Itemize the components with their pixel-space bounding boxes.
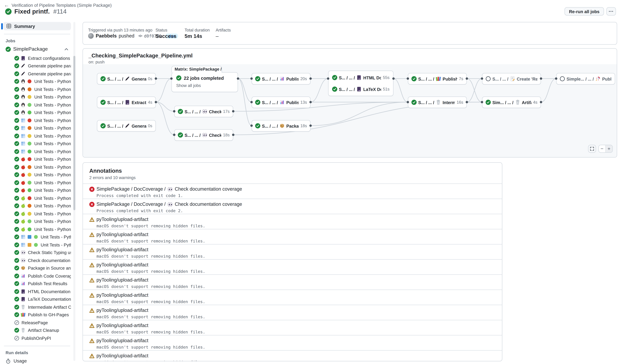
- graph-node-release[interactable]: S... / ... /Create 'Release Pa...: [482, 73, 541, 85]
- graph-node-matrix[interactable]: Matrix: SimplePackage / UnitTest...22 jo…: [172, 72, 238, 92]
- sidebar-job-item[interactable]: Unit Tests - Python 3.10: [3, 85, 71, 93]
- annotation-title[interactable]: pyTooling/upload-artifact: [97, 308, 148, 313]
- annotation-title[interactable]: pyTooling/upload-artifact: [97, 292, 148, 298]
- sidebar-job-item[interactable]: Unit Tests - Python 3.12: [3, 233, 71, 241]
- sidebar-job-item[interactable]: Unit Tests - Python 3.11: [3, 93, 71, 101]
- graph-node-checkdoc[interactable]: S... / ... /Check docume...18s: [174, 129, 233, 141]
- edge-connector-dot: [327, 77, 329, 80]
- zoom-out-button[interactable]: −: [599, 145, 605, 152]
- avatar[interactable]: [88, 33, 94, 39]
- annotation-title[interactable]: pyTooling/upload-artifact: [97, 353, 148, 359]
- sidebar-job-item[interactable]: Unit Tests - Python 3.12: [3, 140, 71, 148]
- show-all-jobs-link[interactable]: Show all jobs: [176, 83, 233, 88]
- zoom-in-button[interactable]: +: [605, 145, 612, 152]
- sidebar-job-item[interactable]: Unit Tests - Python 3.13: [3, 225, 71, 233]
- more-options-button[interactable]: [606, 7, 616, 16]
- graph-node-gen2[interactable]: S... / ... /Generate pipelin...0s: [97, 120, 156, 132]
- sidebar-job-item[interactable]: Unit Tests - Python 3.13: [3, 148, 71, 156]
- graph-node-group-docs[interactable]: S... / ... /HTML Docume...55sS... / ... …: [328, 70, 394, 96]
- sidebar-item-summary[interactable]: Summary: [3, 22, 71, 30]
- sidebar-job-item[interactable]: Unit Tests - Python 3.10: [3, 163, 71, 171]
- sidebar-job-item[interactable]: Generate pipeline parameters: [3, 70, 71, 78]
- annotation-title[interactable]: pyTooling/upload-artifact: [97, 232, 148, 237]
- node-duration: 18s: [223, 133, 230, 137]
- sidebar-job-item[interactable]: PublishOnPyPI: [3, 334, 71, 342]
- sidebar-job-item[interactable]: Unit Tests - Python 3.9: [3, 78, 71, 86]
- annotation-title[interactable]: pyTooling/upload-artifact: [97, 338, 148, 343]
- sidebar-job-item[interactable]: Unit Tests - Python 3.10: [3, 202, 71, 210]
- actor-name[interactable]: Paebbels: [96, 33, 117, 39]
- fullscreen-button[interactable]: [588, 145, 596, 153]
- sidebar-job-item[interactable]: Unit Tests - Python 3.9: [3, 156, 71, 163]
- annotation-title[interactable]: Check documentation coverage: [175, 201, 242, 207]
- graph-node-pubcode[interactable]: S... / ... /Publish Code C...20s: [252, 73, 310, 85]
- annotation-title[interactable]: pyTooling/upload-artifact: [97, 323, 148, 328]
- node-duration: 4s: [148, 100, 152, 104]
- graph-node-gen1[interactable]: S... / ... /Generate pipelin...0s: [97, 73, 156, 85]
- sidebar-job-item[interactable]: Intermediate Artifact Cleanup: [3, 303, 71, 311]
- sidebar-job-item[interactable]: Unit Tests - Python 3.13: [3, 187, 71, 194]
- python-version-dot-icon: [27, 87, 32, 92]
- sidebar-job-item[interactable]: Unit Tests - Python 3.12: [3, 179, 71, 187]
- sidebar-job-item[interactable]: Package in Source and Wheel...: [3, 264, 71, 272]
- trash-icon: [436, 100, 441, 105]
- sidebar-job-item[interactable]: Extract configurations from p...: [3, 54, 71, 62]
- graph-group-row[interactable]: S... / ... /HTML Docume...55s: [332, 75, 390, 80]
- book-icon: [21, 56, 26, 60]
- annotation-message: macOS doesn't support removing hidden fi…: [97, 345, 496, 349]
- sidebar-job-item[interactable]: LaTeX Documentation using ...: [3, 295, 71, 303]
- sidebar-job-item[interactable]: Publish to GH-Pages: [3, 311, 71, 319]
- sidebar-job-item[interactable]: Check Static Typing using Pyt...: [3, 249, 71, 257]
- graph-node-checkstatic[interactable]: S... / ... /Check Static Ty...17s: [174, 106, 233, 117]
- sidebar-job-item[interactable]: HTML Documentation using ...: [3, 288, 71, 295]
- sidebar-job-item[interactable]: ReleasePage: [3, 319, 71, 327]
- sidebar-job-item[interactable]: Generate pipeline parameters: [3, 62, 71, 70]
- sidebar-job-item[interactable]: Unit Tests - Python 3.12: [3, 101, 71, 109]
- sidebar-job-item[interactable]: Unit Tests - Python 3.13: [3, 109, 71, 117]
- rerun-all-jobs-button[interactable]: Re-run all jobs: [565, 7, 604, 16]
- annotation-title[interactable]: pyTooling/upload-artifact: [97, 262, 148, 268]
- sidebar-group-simplepackage[interactable]: SimplePackage: [3, 45, 71, 53]
- sidebar-job-item[interactable]: Unit Tests - Python 3.9: [3, 194, 71, 202]
- chevron-up-icon[interactable]: [64, 47, 69, 52]
- annotation-job-prefix[interactable]: SimplePackage / DocCoverage /: [97, 201, 166, 207]
- graph-group-row[interactable]: S... / ... /LaTeX Docume...51s: [332, 87, 390, 92]
- sidebar-item-usage[interactable]: Usage: [3, 357, 71, 364]
- sidebar-job-item[interactable]: Check documentation covera...: [3, 257, 71, 264]
- node-label: Check docume...: [209, 133, 222, 138]
- check-icon: [14, 312, 19, 317]
- sidebar-job-item[interactable]: Unit Tests - Python 3.11: [3, 171, 71, 179]
- warning-icon: [89, 217, 94, 222]
- sidebar-scrollbar-thumb[interactable]: [73, 56, 75, 210]
- annotation-message: macOS doesn't support removing hidden fi…: [97, 299, 496, 304]
- back-arrow-icon[interactable]: ←: [4, 2, 9, 8]
- annotation-title[interactable]: Check documentation coverage: [175, 186, 242, 192]
- node-label: LaTeX Docume...: [363, 87, 381, 92]
- graph-node-pubtest[interactable]: S... / ... /Publish Test Re...13s: [252, 97, 310, 108]
- sidebar-job-item[interactable]: Publish Code Coverage Results: [3, 272, 71, 280]
- sidebar-job-item[interactable]: Unit Tests - Python 3.12: [3, 241, 71, 249]
- check-icon: [14, 274, 19, 278]
- sidebar-job-item[interactable]: Unit Tests - Python 3.12: [3, 218, 71, 225]
- graph-node-intermediate[interactable]: S... / ... /Intermediate A...16s: [408, 97, 467, 108]
- graph-node-extract[interactable]: S... / ... /Extract configur...4s: [97, 97, 156, 108]
- sidebar-job-item[interactable]: Unit Tests - Python 3.10: [3, 124, 71, 132]
- graph-controls: − +: [588, 145, 613, 153]
- annotation-title[interactable]: pyTooling/upload-artifact: [97, 217, 148, 222]
- sidebar-job-item[interactable]: Artifact Cleanup: [3, 327, 71, 334]
- graph-node-ghpages[interactable]: S... / ... /Publish to GH-P...7s: [408, 73, 467, 85]
- graph-node-package[interactable]: S... / ... /Package in Sou...18s: [252, 120, 310, 132]
- graph-node-artifact[interactable]: Sim... / ... /Artifact Cleanup4s: [482, 97, 541, 108]
- sidebar-job-item[interactable]: Publish Test Results: [3, 280, 71, 288]
- annotation-title-line: pyTooling/upload-artifact: [89, 217, 496, 222]
- breadcrumb[interactable]: ← Verification of Pipeline Templates (Si…: [4, 2, 112, 8]
- graph-node-pypi[interactable]: Simple... / ... /Publish to PyPI: [556, 73, 615, 85]
- annotation-title[interactable]: pyTooling/upload-artifact: [97, 277, 148, 283]
- annotation-job-prefix[interactable]: SimplePackage / DocCoverage /: [97, 186, 166, 192]
- annotation-title-line: SimplePackage / DocCoverage /Check docum…: [89, 186, 496, 192]
- sidebar-job-item[interactable]: Unit Tests - Python 3.11: [3, 132, 71, 140]
- sidebar-job-item[interactable]: Unit Tests - Python 3.9: [3, 117, 71, 124]
- sidebar-job-item[interactable]: Unit Tests - Python 3.11: [3, 210, 71, 218]
- workflow-graph-canvas[interactable]: − + S... / ... /Generate pipelin...0sS..…: [83, 64, 617, 157]
- annotation-title[interactable]: pyTooling/upload-artifact: [97, 247, 148, 252]
